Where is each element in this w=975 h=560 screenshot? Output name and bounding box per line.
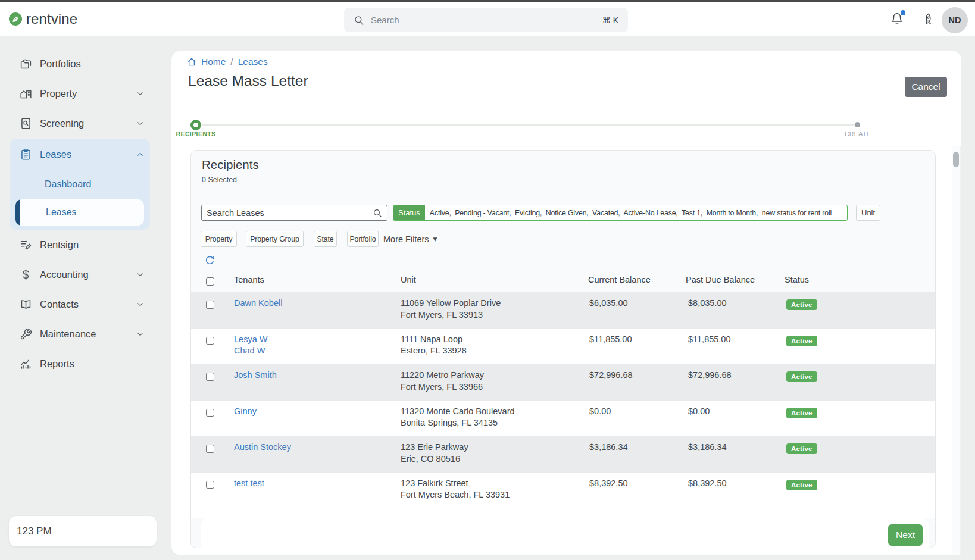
more-filters-dropdown[interactable]: More Filters ▼: [383, 231, 437, 247]
sidebar-item-reports[interactable]: Reports: [0, 349, 160, 378]
property-group-filter-button[interactable]: Property Group: [246, 231, 304, 247]
stepper-step-create-label: CREATE: [845, 130, 871, 137]
caret-down-icon: ▼: [433, 236, 438, 242]
column-header-status[interactable]: Status: [785, 275, 809, 284]
rentvine-leaf-icon: [8, 12, 23, 26]
tenant-link[interactable]: Austin Stockey: [234, 442, 291, 453]
brand-name: rentvine: [26, 11, 77, 27]
clock-widget[interactable]: 123 PM: [9, 516, 157, 546]
building-icon: [20, 87, 32, 100]
user-avatar[interactable]: ND: [942, 7, 968, 33]
sidebar-item-leases[interactable]: Leases: [10, 139, 150, 170]
sidebar: PortfoliosPropertyScreeningLeasesDashboa…: [0, 36, 160, 560]
chevron-up-icon: [136, 151, 144, 158]
property-filter-button[interactable]: Property: [201, 231, 237, 247]
row-checkbox[interactable]: [206, 409, 214, 417]
rocket-icon[interactable]: [921, 12, 935, 27]
status-badge: Active: [786, 408, 817, 418]
sidebar-item-accounting[interactable]: Accounting: [0, 259, 160, 289]
selected-indicator-bar: [15, 199, 20, 226]
tenant-link[interactable]: Chad W: [234, 345, 267, 357]
select-all-checkbox[interactable]: [206, 277, 214, 286]
current-balance: $8,392.50: [589, 478, 628, 488]
table-row: Ginny11320 Monte Carlo BoulevardBonita S…: [191, 401, 935, 437]
past-due-balance: $11,855.00: [688, 334, 731, 344]
unit-filter-button[interactable]: Unit: [856, 205, 880, 221]
leases-table-body: Dawn Kobell11069 Yellow Poplar DriveFort…: [191, 292, 935, 518]
row-checkbox[interactable]: [206, 481, 214, 489]
current-balance: $0.00: [589, 406, 611, 416]
sidebar-item-maintenance[interactable]: Maintenance: [0, 319, 160, 349]
column-header-past-due-balance[interactable]: Past Due Balance: [686, 275, 755, 284]
sidebar-item-portfolios[interactable]: Portfolios: [0, 49, 160, 79]
row-checkbox[interactable]: [206, 445, 214, 453]
sidebar-subitem-leases-selected[interactable]: Leases: [15, 199, 144, 226]
sidebar-item-contacts[interactable]: Contacts: [0, 289, 160, 319]
column-header-unit[interactable]: Unit: [401, 275, 416, 284]
next-button[interactable]: Next: [888, 524, 923, 546]
scrollbar-track[interactable]: [952, 146, 961, 555]
search-shortcut: ⌘ K: [602, 15, 618, 25]
row-checkbox[interactable]: [206, 373, 214, 381]
row-checkbox[interactable]: [206, 301, 214, 309]
recipients-card: Recipients 0 Selected Search Leases Stat…: [190, 150, 936, 548]
table-row: Dawn Kobell11069 Yellow Poplar DriveFort…: [191, 292, 935, 329]
sidebar-item-screening[interactable]: Screening: [0, 108, 160, 138]
global-search-input[interactable]: Search ⌘ K: [344, 8, 628, 32]
status-badge: Active: [786, 480, 817, 490]
search-leases-input[interactable]: Search Leases: [201, 205, 388, 221]
row-checkbox[interactable]: [206, 337, 214, 345]
tenant-link[interactable]: Josh Smith: [234, 370, 277, 381]
breadcrumb-leases-link[interactable]: Leases: [238, 57, 268, 67]
sidebar-subitem-dashboard[interactable]: Dashboard: [10, 170, 150, 199]
chevron-down-icon: [136, 271, 144, 279]
topbar: rentvine Search ⌘ K ND: [0, 2, 975, 36]
past-due-balance: $8,392.50: [688, 478, 727, 488]
sidebar-item-property[interactable]: Property: [0, 79, 160, 108]
past-due-balance: $3,186.34: [688, 442, 727, 452]
stepper-line: [202, 124, 855, 126]
current-balance: $11,855.00: [589, 334, 632, 344]
stepper-step-recipients-dot: [190, 120, 201, 130]
sidebar-item-rentsign[interactable]: Rentsign: [0, 230, 160, 259]
current-balance: $72,996.68: [589, 370, 633, 380]
column-header-current-balance[interactable]: Current Balance: [588, 275, 651, 284]
unit-address: 123 Erie ParkwayErie, CO 80516: [401, 442, 468, 465]
notification-badge-dot: [901, 10, 906, 15]
cancel-button[interactable]: Cancel: [905, 77, 947, 97]
unit-address: 1111 Napa LoopEstero, FL 33928: [401, 334, 467, 357]
chevron-down-icon: [136, 330, 144, 338]
book-icon: [20, 298, 32, 311]
tenant-link[interactable]: Ginny: [234, 406, 257, 418]
search-placeholder: Search: [371, 15, 399, 25]
brand-logo[interactable]: rentvine: [8, 11, 77, 27]
chevron-down-icon: [136, 90, 144, 98]
search-icon: [373, 208, 382, 218]
state-filter-button[interactable]: State: [314, 231, 337, 247]
selected-count: 0 Selected: [202, 176, 237, 184]
recipients-heading: Recipients: [202, 158, 259, 172]
status-badge: Active: [786, 336, 817, 346]
scrollbar-thumb[interactable]: [953, 152, 959, 167]
status-filter-label: Status: [393, 205, 425, 220]
tenant-link[interactable]: Lesya W: [234, 334, 267, 346]
main-content: Home / Leases Lease Mass Letter Cancel R…: [171, 51, 961, 555]
home-icon[interactable]: [187, 57, 196, 67]
status-filter-chip[interactable]: Status Active, Pending - Vacant, Evictin…: [393, 205, 848, 221]
tenant-link[interactable]: Dawn Kobell: [234, 298, 282, 309]
unit-address: 11320 Monte Carlo BoulevardBonita Spring…: [401, 406, 515, 429]
refresh-icon[interactable]: [205, 255, 215, 265]
stepper-step-create-dot: [855, 122, 860, 127]
status-badge: Active: [786, 371, 817, 382]
status-filter-values: Active, Pending - Vacant, Evicting, Noti…: [425, 205, 832, 220]
stepper-step-recipients-label: RECIPIENTS: [176, 130, 215, 137]
current-balance: $6,035.00: [589, 298, 628, 308]
chart-icon: [20, 358, 32, 370]
portfolio-filter-button[interactable]: Portfolio: [347, 231, 379, 247]
tenant-link[interactable]: test test: [234, 478, 264, 490]
breadcrumb-home-link[interactable]: Home: [201, 57, 226, 67]
notifications-bell-icon[interactable]: [890, 11, 904, 27]
column-header-tenants[interactable]: Tenants: [234, 275, 264, 284]
table-row: test test123 Falkirk StreetFort Myers Be…: [191, 473, 935, 509]
unit-address: 11069 Yellow Poplar DriveFort Myers, FL …: [401, 298, 501, 321]
